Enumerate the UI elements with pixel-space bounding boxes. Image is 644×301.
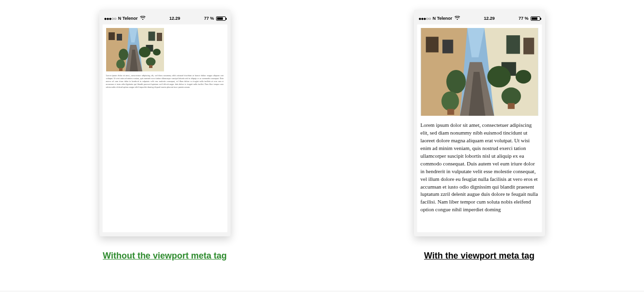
battery-icon [531, 16, 540, 21]
divider [0, 291, 644, 291]
status-bar: ●●●○○ N Telenor 12.29 77 % [417, 13, 542, 24]
status-left: ●●●○○ N Telenor [104, 16, 146, 21]
battery-percent-label: 77 % [204, 16, 214, 21]
signal-dots-icon: ●●●○○ [104, 16, 116, 21]
comparison-container: ●●●○○ N Telenor 12.29 77 % Lorem ipsum d… [0, 0, 644, 301]
wifi-icon [140, 16, 146, 21]
caption-link-with[interactable]: With the viewport meta tag [424, 251, 534, 261]
example-with-viewport: ●●●○○ N Telenor 12.29 77 % Lorem ipsum d… [414, 10, 545, 261]
body-text: Lorem ipsum dolor sit amet, consectetuer… [106, 74, 224, 88]
wifi-icon [454, 16, 460, 21]
phone-screen: Lorem ipsum dolor sit amet, consectetuer… [102, 24, 228, 233]
body-text: Lorem ipsum dolor sit amet, consectetuer… [421, 122, 538, 214]
content-image [106, 28, 164, 71]
status-right: 77 % [204, 16, 226, 21]
status-left: ●●●○○ N Telenor [419, 16, 460, 21]
phone-frame-left: ●●●○○ N Telenor 12.29 77 % Lorem ipsum d… [99, 10, 231, 236]
phone-frame-right: ●●●○○ N Telenor 12.29 77 % Lorem ipsum d… [414, 10, 545, 236]
phone-screen: Lorem ipsum dolor sit amet, consectetuer… [417, 24, 542, 233]
content-image [421, 28, 538, 116]
example-without-viewport: ●●●○○ N Telenor 12.29 77 % Lorem ipsum d… [99, 10, 231, 261]
status-right: 77 % [519, 16, 540, 21]
signal-dots-icon: ●●●○○ [419, 16, 431, 21]
carrier-label: N Telenor [433, 16, 452, 21]
battery-percent-label: 77 % [519, 16, 529, 21]
carrier-label: N Telenor [118, 16, 138, 21]
battery-icon [216, 16, 226, 21]
status-bar: ●●●○○ N Telenor 12.29 77 % [102, 13, 228, 24]
clock-label: 12.29 [484, 16, 495, 21]
clock-label: 12.29 [169, 16, 180, 21]
caption-link-without[interactable]: Without the viewport meta tag [103, 251, 227, 261]
